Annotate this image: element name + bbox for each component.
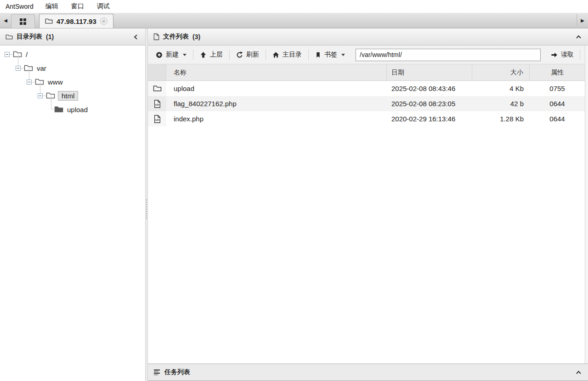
scroll-right-icon: ▶ [581,18,584,23]
table-row-upload[interactable]: upload 2025-02-08 08:43:46 4 Kb 0755 [148,81,588,96]
bookmark-icon [315,51,321,58]
new-file-button[interactable]: 新建 [151,45,192,64]
menu-edit[interactable]: 编辑 [45,2,58,11]
directory-panel-count: (1) [46,33,54,40]
file-panel-count: (3) [192,33,200,40]
folder-icon [153,85,162,92]
column-header-perm: 属性 [530,64,585,80]
home-icon [272,51,279,58]
tab-home-grid[interactable] [11,14,35,28]
tree-connector-elbow [51,96,55,109]
directory-panel-header: 目录列表 (1) [0,28,145,45]
file-perm: 0755 [530,81,585,96]
tab-bar: ◀ 47.98.117.93 × ▶ [0,13,588,28]
directory-panel: 目录列表 (1) / [0,28,145,381]
tab-scroll-right-button[interactable]: ▶ [577,12,588,28]
tree-node-html[interactable]: html [0,89,145,102]
app-menubar: AntSword 编辑 窗口 调试 [0,0,588,13]
home-directory-button[interactable]: 主目录 [267,45,307,64]
tree-expander-icon[interactable] [16,66,21,71]
tree-expander-icon[interactable] [27,80,32,85]
file-size: 4 Kb [472,81,530,96]
collapse-file-panel-button[interactable] [574,33,582,41]
table-row-flag-php[interactable]: flag_840227162.php 2025-02-08 08:23:05 4… [148,96,588,111]
refresh-button[interactable]: 刷新 [231,45,264,64]
file-date: 2020-02-29 16:13:46 [387,111,472,126]
tab-shell-session[interactable]: 47.98.117.93 × [39,14,113,28]
collapse-left-panel-button[interactable] [131,33,140,41]
grid-icon [20,18,26,25]
new-file-label: 新建 [166,51,179,59]
refresh-icon [236,51,243,58]
folder-icon [24,64,33,72]
file-panel: 文件列表 (3) 新建 [148,28,588,381]
tree-node-var[interactable]: var [0,61,145,75]
tree-node-root[interactable]: / [0,47,145,61]
file-table-header: 名称 日期 大小 属性 [148,64,588,81]
file-toolbar: 新建 上层 刷新 [148,45,588,64]
expand-task-panel-button[interactable] [574,368,582,376]
scrollbar-gutter [585,45,588,364]
toolbar-divider [193,49,193,60]
tree-node-www[interactable]: www [0,75,145,89]
read-button[interactable]: 读取 [546,45,578,64]
menu-window[interactable]: 窗口 [71,2,84,11]
file-size: 42 b [472,96,530,111]
caret-down-icon [341,54,345,56]
file-date: 2025-02-08 08:43:46 [387,81,472,96]
column-header-size: 大小 [472,64,530,80]
folder-open-icon [13,51,22,58]
task-panel-title: 任务列表 [164,368,190,376]
arrow-right-icon [551,51,558,58]
tree-node-label[interactable]: var [37,64,46,72]
chevron-up-icon [576,370,582,375]
path-input[interactable] [356,49,541,61]
read-label: 读取 [561,51,574,59]
file-perm: 0644 [530,111,585,126]
file-icon [153,33,159,40]
tree-expander-icon[interactable] [5,52,10,57]
task-list-icon [153,369,161,375]
tree-node-label[interactable]: www [48,78,63,86]
menu-antsword[interactable]: AntSword [6,3,34,10]
folder-icon [6,34,13,40]
directory-panel-title: 目录列表 [17,33,42,41]
file-list-empty-area [148,126,588,364]
tree-node-label-selected[interactable]: html [58,91,78,101]
column-header-name: 名称 [166,64,387,80]
arrow-up-icon [200,51,207,58]
task-panel-header[interactable]: 任务列表 [148,364,588,381]
up-level-label: 上层 [210,51,223,59]
caret-down-icon [183,54,187,56]
toolbar-divider [580,49,580,60]
tree-node-label[interactable]: upload [67,106,88,114]
file-perm: 0644 [530,96,585,111]
file-size: 1.28 Kb [472,111,530,126]
folder-icon [35,78,44,85]
close-tab-icon[interactable]: × [100,17,107,25]
table-row-index-php[interactable]: index.php 2020-02-29 16:13:46 1.28 Kb 06… [148,111,588,126]
menu-debug[interactable]: 调试 [97,2,110,11]
toolbar-divider [229,49,230,60]
php-file-icon [154,115,161,123]
tab-scroll-left-button[interactable]: ◀ [0,12,11,28]
tree-node-label[interactable]: / [26,51,28,58]
toolbar-divider [308,49,309,60]
column-header-icon [148,64,166,80]
file-date: 2025-02-08 08:23:05 [387,96,472,111]
chevron-left-icon [134,34,138,40]
directory-tree: / var www [0,45,145,381]
file-panel-title: 文件列表 [163,33,189,41]
folder-filled-icon [54,106,63,113]
tree-expander-icon[interactable] [38,93,43,98]
toolbar-divider [266,49,266,60]
up-level-button[interactable]: 上层 [195,45,228,64]
tree-node-upload[interactable]: upload [0,102,145,116]
column-header-date: 日期 [387,64,472,80]
tab-label: 47.98.117.93 [57,17,96,25]
bookmark-label: 书签 [324,51,337,59]
home-directory-label: 主目录 [283,51,302,59]
splitter-grip [146,199,147,220]
chevron-up-icon [576,35,582,39]
bookmark-button[interactable]: 书签 [310,45,350,64]
